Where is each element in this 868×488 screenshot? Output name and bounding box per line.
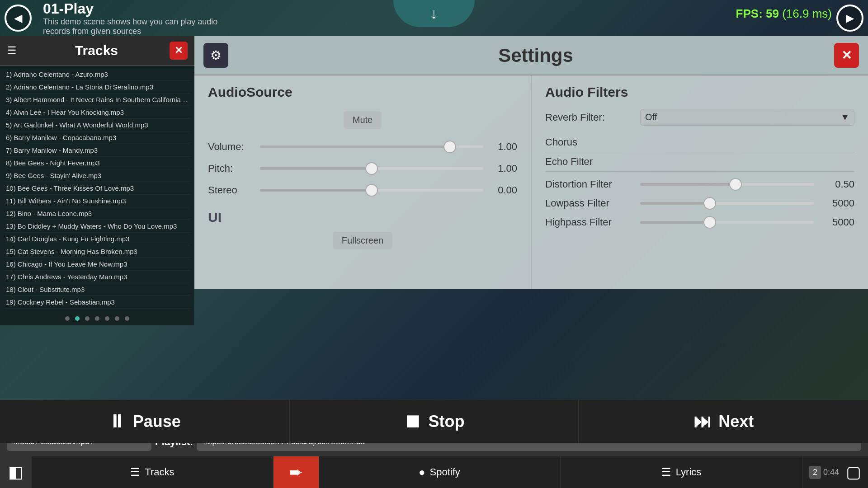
highpass-fill (640, 221, 710, 224)
settings-header: ⚙ Settings ✕ (194, 36, 868, 75)
pause-icon: ⏸ (108, 411, 126, 432)
highpass-slider[interactable] (640, 221, 814, 224)
bottom-nav: ◧ ☰ Tracks ➨ ● Spotify ☰ Lyrics 2 0:44 ▢ (0, 456, 868, 488)
pitch-label: Pitch: (208, 163, 253, 174)
highpass-value: 5000 (818, 216, 854, 228)
volume-thumb[interactable] (443, 141, 456, 153)
settings-panel: ⚙ Settings ✕ AudioSource Mute Volume: 1.… (194, 36, 868, 289)
lowpass-thumb[interactable] (703, 197, 716, 210)
tracks-header: ☰ Tracks ✕ (0, 36, 194, 66)
track-item[interactable]: 16) Chicago - If You Leave Me Now.mp3 (5, 258, 190, 271)
settings-close-button[interactable]: ✕ (834, 43, 859, 68)
stereo-slider[interactable] (260, 189, 483, 192)
lowpass-fill (640, 202, 710, 205)
pause-button[interactable]: ⏸ Pause (0, 400, 290, 443)
reverb-row: Reverb Filter: Off ▼ (545, 109, 854, 126)
track-item[interactable]: 20) Commodores - Three Times A Lady.mp3 (5, 309, 190, 312)
track-item[interactable]: 1) Adriano Celentano - Azuro.mp3 (5, 68, 190, 81)
counter-area: 2 0:44 ▢ (802, 463, 868, 482)
track-item[interactable]: 7) Barry Manilow - Mandy.mp3 (5, 144, 190, 157)
highpass-thumb[interactable] (703, 216, 716, 229)
track-item[interactable]: 17) Chris Andrews - Yesterday Man.mp3 (5, 271, 190, 283)
dot-7 (125, 316, 129, 321)
distortion-slider[interactable] (640, 183, 814, 186)
unity-logo-button[interactable]: ◧ (0, 456, 32, 488)
highpass-label: Highpass Filter (545, 216, 636, 228)
distortion-thumb[interactable] (729, 178, 742, 191)
spotify-nav-button[interactable]: ● Spotify (319, 456, 561, 488)
forward-arrow[interactable]: ▶ (836, 5, 863, 32)
track-item[interactable]: 3) Albert Hammond - It Never Rains In So… (5, 94, 190, 106)
next-label: Next (718, 412, 754, 431)
pitch-thumb[interactable] (365, 162, 378, 175)
volume-slider[interactable] (260, 145, 483, 148)
settings-left-column: AudioSource Mute Volume: 1.00 Pitch: 1.0… (194, 75, 532, 289)
title-area: 01-Play This demo scene shows how you ca… (36, 0, 224, 38)
tracks-menu-icon[interactable]: ☰ (7, 44, 17, 57)
top-left-nav: ◀ (0, 0, 36, 36)
lowpass-value: 5000 (818, 197, 854, 209)
lowpass-label: Lowpass Filter (545, 197, 636, 209)
profile-icon[interactable]: ▢ (846, 463, 861, 482)
track-item[interactable]: 4) Alvin Lee - I Hear You Knocking.mp3 (5, 106, 190, 119)
dot-4 (95, 316, 99, 321)
track-item[interactable]: 5) Art Garfunkel - What A Wonderful Worl… (5, 119, 190, 131)
tracks-list[interactable]: 1) Adriano Celentano - Azuro.mp32) Adria… (0, 66, 194, 312)
track-item[interactable]: 13) Bo Diddley + Muddy Waters - Who Do Y… (5, 220, 190, 233)
settings-gear-icon: ⚙ (203, 43, 228, 68)
stereo-thumb[interactable] (365, 184, 378, 197)
dot-6 (115, 316, 119, 321)
tracks-nav-button[interactable]: ☰ Tracks (32, 456, 274, 488)
spotify-nav-label: Spotify (430, 466, 460, 478)
pitch-slider[interactable] (260, 167, 483, 170)
lowpass-slider[interactable] (640, 202, 814, 205)
track-item[interactable]: 8) Bee Gees - Night Fever.mp3 (5, 157, 190, 169)
track-item[interactable]: 18) Clout - Substitute.mp3 (5, 283, 190, 296)
stereo-fill (260, 189, 372, 192)
tracks-panel: ☰ Tracks ✕ 1) Adriano Celentano - Azuro.… (0, 36, 194, 325)
tracks-nav-icon: ☰ (130, 466, 140, 479)
stop-label: Stop (429, 412, 465, 431)
track-item[interactable]: 14) Carl Douglas - Kung Fu Fighting.mp3 (5, 233, 190, 245)
center-nav-icon: ➨ (283, 460, 308, 485)
stereo-row: Stereo 0.00 (208, 184, 517, 196)
track-item[interactable]: 2) Adriano Celentano - La Storia Di Sera… (5, 81, 190, 94)
fullscreen-button[interactable]: Fullscreen (333, 232, 392, 249)
track-item[interactable]: 6) Barry Manilow - Copacabana.mp3 (5, 131, 190, 144)
settings-content: AudioSource Mute Volume: 1.00 Pitch: 1.0… (194, 75, 868, 289)
track-item[interactable]: 10) Bee Gees - Three Kisses Of Love.mp3 (5, 182, 190, 195)
volume-row: Volume: 1.00 (208, 141, 517, 153)
reverb-dropdown[interactable]: Off ▼ (640, 109, 854, 126)
fps-counter: FPS: 59 (16.9 ms) (736, 7, 832, 21)
track-item[interactable]: 11) Bill Withers - Ain't No Sunshine.mp3 (5, 195, 190, 207)
next-button[interactable]: ⏭ Next (579, 400, 868, 443)
stereo-label: Stereo (208, 184, 253, 196)
settings-title: Settings (237, 45, 834, 66)
playback-bar: ⏸ Pause ⏹ Stop ⏭ Next (0, 400, 868, 443)
distortion-row: Distortion Filter 0.50 (545, 178, 854, 190)
mute-button[interactable]: Mute (344, 111, 382, 129)
reverb-label: Reverb Filter: (545, 112, 636, 123)
dot-5 (105, 316, 109, 321)
lyrics-nav-label: Lyrics (676, 466, 702, 478)
dot-3 (85, 316, 90, 321)
pause-label: Pause (133, 412, 181, 431)
track-item[interactable]: 15) Cat Stevens - Morning Has Broken.mp3 (5, 245, 190, 258)
track-item[interactable]: 19) Cockney Rebel - Sebastian.mp3 (5, 296, 190, 309)
track-item[interactable]: 12) Bino - Mama Leone.mp3 (5, 207, 190, 220)
pitch-fill (260, 167, 372, 170)
chorus-item[interactable]: Chorus (545, 133, 854, 152)
highpass-row: Highpass Filter 5000 (545, 216, 854, 228)
track-item[interactable]: 9) Bee Gees - Stayin' Alive.mp3 (5, 169, 190, 182)
lyrics-nav-button[interactable]: ☰ Lyrics (561, 456, 802, 488)
tracks-close-button[interactable]: ✕ (170, 42, 188, 60)
echo-item[interactable]: Echo Filter (545, 152, 854, 172)
lyrics-icon: ☰ (661, 466, 671, 479)
distortion-label: Distortion Filter (545, 178, 636, 190)
center-nav-button[interactable]: ➨ (274, 456, 319, 488)
stop-button[interactable]: ⏹ Stop (290, 400, 580, 443)
download-icon: ↓ (430, 5, 438, 22)
time-display: 0:44 (823, 468, 839, 477)
next-icon: ⏭ (693, 411, 712, 432)
back-arrow[interactable]: ◀ (5, 5, 32, 32)
